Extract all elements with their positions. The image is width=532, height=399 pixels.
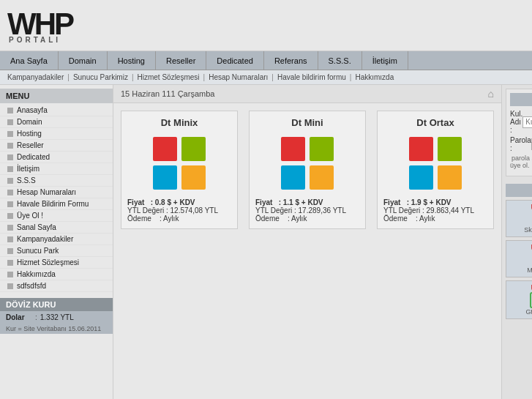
product-odeme-ortax: Ödeme : Aylık (383, 215, 487, 223)
svg-rect-10 (409, 165, 433, 190)
logo-portal: PORTALI (9, 36, 61, 44)
irtibat-title: İRTİBAT (506, 184, 532, 197)
bullet-icon (7, 225, 13, 231)
sidebar-item-havale[interactable]: Havale Bildirim Formu (0, 198, 113, 210)
doviz-title: DÖVİZ KURU (0, 298, 113, 311)
kul-adi-row: Kul. Adı : (510, 110, 532, 134)
uye-ol-link[interactable]: üye ol. (510, 162, 532, 169)
irtibat-msn: Ücretsiz Destek ✉ MSNİle Yazışın Msn Yaz… (506, 240, 532, 277)
parola-label: Parola : (510, 136, 531, 152)
kul-adi-input[interactable] (522, 116, 532, 128)
subnav-hizmet[interactable]: Hizmet Sözleşmesi (138, 73, 200, 81)
bullet-icon (7, 119, 13, 125)
date-display: 15 Haziran 111 Çarşamba (121, 89, 214, 98)
logo: WH P PORTALI (7, 7, 72, 44)
bullet-icon (7, 248, 13, 254)
sidebar-item-iletisim[interactable]: İletişim (0, 163, 113, 175)
skype-download-link[interactable]: Skype Yazılımını İndirin (524, 226, 532, 234)
parola-row: Parola : (510, 136, 532, 152)
doviz-section: DÖVİZ KURU Dolar : 1.332 YTL Kur = Site … (0, 298, 113, 334)
parola-sor-link[interactable]: parola sor (512, 154, 532, 162)
main-nav: Ana Sayfa Domain Hosting Reseller Dedica… (0, 51, 532, 70)
sidebar-item-reseller[interactable]: Reseller (0, 140, 113, 152)
product-ytl-ortax: YTL Değeri : 29.863,44 YTL (383, 206, 487, 215)
svg-rect-2 (153, 165, 177, 190)
bullet-icon (7, 283, 13, 289)
bullet-icon (7, 272, 13, 277)
svg-rect-1 (181, 137, 206, 161)
bullet-icon (7, 131, 13, 137)
nav-dedicated[interactable]: Dedicated (206, 51, 264, 70)
svg-rect-3 (181, 165, 206, 190)
sidebar-item-sanal[interactable]: Sanal Sayfa (0, 222, 113, 234)
dolar-label: Dolar (6, 313, 32, 321)
bullet-icon (7, 143, 13, 149)
sidebar-item-hizmet[interactable]: Hizmet Sözleşmesi (0, 257, 113, 269)
windows-logo-minix (151, 135, 207, 191)
home-icon[interactable]: ⌂ (488, 88, 494, 100)
sidebar-item-uyeol[interactable]: Üye Ol ! (0, 210, 113, 222)
doviz-info: Kur = Site Veritabanı 15.06.2011 (0, 324, 113, 334)
svg-rect-4 (281, 137, 305, 161)
bullet-icon (7, 201, 13, 207)
bullet-icon (7, 154, 13, 160)
dolar-value: 1.332 YTL (40, 313, 74, 321)
subnav-kampanyadakiler[interactable]: Kampanyadakiler (7, 73, 64, 81)
product-ytl-mini: YTL Değeri : 17.289,36 YTL (255, 206, 359, 215)
subnav-hesap[interactable]: Hesap Numaraları (209, 73, 268, 81)
subnav-hakkimizda[interactable]: Hakkımızda (355, 73, 394, 81)
bullet-icon (7, 166, 13, 172)
header: WH P PORTALI (0, 0, 532, 51)
irtibat-gtalk: Ücretsiz Destek talk Gtalkİle Yazışın Gt… (506, 280, 532, 319)
login-title: ÜYE GİRİŞİ (510, 93, 532, 106)
sidebar-menu-title: MENU (0, 89, 113, 103)
svg-rect-7 (310, 165, 334, 190)
nav-referans[interactable]: Referans (264, 51, 318, 70)
sidebar-item-hakkimizda[interactable]: Hakkımızda (0, 269, 113, 280)
product-price-mini: Fiyat : 1.1 $ + KDV (255, 198, 359, 206)
gtalk-download-link[interactable]: Gtalk yazılımını İndirin (525, 308, 532, 316)
subnav-sunucu[interactable]: Sunucu Parkimiz (73, 73, 128, 81)
nav-hosting[interactable]: Hosting (108, 51, 156, 70)
product-odeme-minix: Ödeme : Aylık (127, 215, 231, 223)
sidebar-item-hosting[interactable]: Hosting (0, 128, 113, 140)
bullet-icon (7, 260, 13, 266)
products-list: Dt Minix Fiyat : 0.8 $ + KDV YTL Değeri … (113, 103, 501, 236)
nav-domain[interactable]: Domain (59, 51, 108, 70)
dolar-row: Dolar : 1.332 YTL (0, 311, 113, 324)
subnav: Kampanyadakiler | Sunucu Parkimiz | Hizm… (0, 70, 532, 85)
product-title-ortax: Dt Ortax (416, 117, 454, 128)
subnav-havale[interactable]: Havale bildirim formu (277, 73, 346, 81)
sidebar-item-anasayfa[interactable]: Anasayfa (0, 105, 113, 116)
nav-anasayfa[interactable]: Ana Sayfa (0, 51, 59, 70)
product-dt-minix: Dt Minix Fiyat : 0.8 $ + KDV YTL Değeri … (121, 111, 238, 229)
bullet-icon (7, 213, 13, 219)
sidebar-item-kampanya[interactable]: Kampanyadakiler (0, 234, 113, 245)
product-title-minix: Dt Minix (161, 117, 198, 128)
nav-reseller[interactable]: Reseller (156, 51, 206, 70)
sidebar-item-sdfsdfsfd[interactable]: sdfsdfsfd (0, 280, 113, 292)
bullet-icon (7, 178, 13, 184)
msn-download-link[interactable]: Msn Yazılımını İndirin (527, 266, 532, 274)
svg-rect-11 (438, 165, 462, 190)
content-topbar: 15 Haziran 111 Çarşamba ⌂ (113, 85, 501, 103)
product-title-mini: Dt Mini (291, 117, 323, 128)
svg-rect-0 (153, 137, 177, 161)
sidebar-item-sss[interactable]: S.S.S (0, 175, 113, 187)
svg-rect-6 (281, 165, 305, 190)
product-odeme-mini: Ödeme : Aylık (255, 215, 359, 223)
windows-logo-ortax (408, 135, 463, 191)
bullet-icon (7, 108, 13, 113)
sidebar-item-sunucu[interactable]: Sunucu Park (0, 245, 113, 257)
content-area: 15 Haziran 111 Çarşamba ⌂ Dt Minix (113, 85, 501, 399)
nav-sss[interactable]: S.S.S. (318, 51, 362, 70)
sidebar-item-domain[interactable]: Domain (0, 116, 113, 128)
product-ytl-minix: YTL Değeri : 12.574,08 YTL (127, 206, 231, 215)
svg-rect-8 (409, 137, 433, 161)
nav-iletisim[interactable]: İletişim (362, 51, 408, 70)
svg-rect-9 (438, 137, 462, 161)
sidebar-item-hesap[interactable]: Hesap Numaraları (0, 187, 113, 198)
irtibat-section: İRTİBAT Ücretsiz Destek ☏ Skypeİle Arayı… (506, 184, 532, 322)
sidebar: MENU Anasayfa Domain Hosting Reseller De… (0, 85, 113, 399)
sidebar-item-dedicated[interactable]: Dedicated (0, 152, 113, 163)
